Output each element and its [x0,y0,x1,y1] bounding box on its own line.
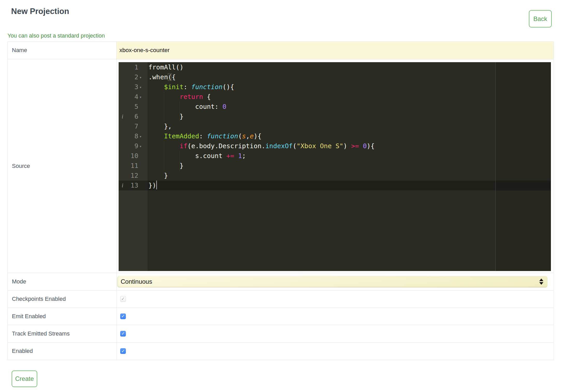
editor-line: 5 count: 0 [119,102,551,112]
mode-select[interactable]: Continuous [117,276,548,288]
editor-line: 11 } [119,161,551,171]
editor-line: i6 } [119,112,551,122]
row-enabled: Enabled ✓ [8,343,553,360]
line-number: 2 [126,72,138,82]
editor-line: 2▾.when({ [119,72,551,82]
fold-chevron-down-icon [138,171,148,181]
line-number: 3 [126,82,138,92]
info-annotation-icon [119,161,126,171]
fold-chevron-down-icon[interactable]: ▾ [138,92,148,102]
check-icon: ✓ [121,349,125,353]
emit-enabled-checkbox[interactable]: ✓ [120,313,126,319]
projection-name-input[interactable] [117,42,553,59]
text-cursor [156,181,157,189]
field-label-checkpoints-enabled: Checkpoints Enabled [8,290,117,308]
line-number: 5 [126,102,138,112]
row-name: Name [8,42,553,59]
check-icon: ✓ [121,331,125,336]
projection-form-table: Name Source 1fromAll()2▾.when({3▾ $init:… [8,41,554,360]
field-label-name: Name [8,42,117,59]
info-annotation-icon [119,82,126,92]
new-projection-page: New Projection Back You can also post a … [0,7,561,392]
editor-line: 7 }, [119,122,551,131]
fold-chevron-down-icon[interactable]: ▾ [138,72,148,82]
line-number: 9 [126,141,138,151]
fold-chevron-down-icon [138,112,148,122]
editor-line: 9▾ if(e.body.Description.indexOf("Xbox O… [119,141,551,151]
fold-chevron-down-icon[interactable]: ▾ [138,82,148,92]
info-annotation-icon [119,72,126,82]
editor-line: 8▾ ItemAdded: function(s,e){ [119,131,551,141]
check-icon: ✓ [121,297,125,301]
editor-line: 10 s.count += 1; [119,151,551,161]
editor-line: 4▾ return { [119,92,551,102]
editor-line: i13}) [119,181,551,190]
page-title: New Projection [11,7,561,16]
row-checkpoints-enabled: Checkpoints Enabled ✓ [8,290,553,308]
info-annotation-icon: i [119,181,126,190]
standard-projection-link[interactable]: You can also post a standard projection [8,33,561,39]
line-number: 8 [126,131,138,141]
editor-line: 3▾ $init: function(){ [119,82,551,92]
fold-chevron-down-icon[interactable]: ▾ [138,141,148,151]
info-annotation-icon: i [119,112,126,122]
row-mode: Mode Continuous [8,273,553,290]
row-track-emitted-streams: Track Emitted Streams ✓ [8,325,553,343]
line-number: 1 [126,62,138,72]
fold-chevron-down-icon [138,181,148,190]
info-annotation-icon [119,171,126,181]
editor-code-lines: 1fromAll()2▾.when({3▾ $init: function(){… [119,62,551,190]
fold-chevron-down-icon [138,151,148,161]
fold-chevron-down-icon[interactable]: ▾ [138,131,148,141]
select-stepper-icon [539,279,543,285]
info-annotation-icon [119,141,126,151]
info-annotation-icon [119,131,126,141]
row-source: Source 1fromAll()2▾.when({3▾ $init: func… [8,59,553,273]
editor-line: 1fromAll() [119,62,551,72]
line-number: 6 [126,112,138,122]
fold-chevron-down-icon [138,62,148,72]
back-button[interactable]: Back [529,10,552,27]
checkpoints-enabled-checkbox: ✓ [120,296,126,302]
row-emit-enabled: Emit Enabled ✓ [8,308,553,325]
fold-chevron-down-icon [138,122,148,131]
info-annotation-icon [119,122,126,131]
field-label-mode: Mode [8,273,117,290]
field-label-emit-enabled: Emit Enabled [8,308,117,325]
info-annotation-icon [119,62,126,72]
field-label-source: Source [8,59,117,273]
line-number: 11 [126,161,138,171]
field-label-enabled: Enabled [8,343,117,360]
arrow-down-icon [539,282,543,285]
enabled-checkbox[interactable]: ✓ [120,348,126,354]
create-button[interactable]: Create [12,370,37,387]
track-emitted-streams-checkbox[interactable]: ✓ [120,331,126,337]
line-number: 12 [126,171,138,181]
line-number: 13 [126,181,138,190]
arrow-up-icon [539,279,543,281]
info-annotation-icon [119,151,126,161]
line-number: 10 [126,151,138,161]
field-label-track-emitted-streams: Track Emitted Streams [8,325,117,342]
line-number: 7 [126,122,138,131]
check-icon: ✓ [121,314,125,318]
fold-chevron-down-icon [138,161,148,171]
info-annotation-icon [119,102,126,112]
source-code-editor[interactable]: 1fromAll()2▾.when({3▾ $init: function(){… [119,62,551,271]
line-number: 4 [126,92,138,102]
fold-chevron-down-icon [138,102,148,112]
editor-line: 12 } [119,171,551,181]
mode-select-value: Continuous [117,278,152,285]
info-annotation-icon [119,92,126,102]
